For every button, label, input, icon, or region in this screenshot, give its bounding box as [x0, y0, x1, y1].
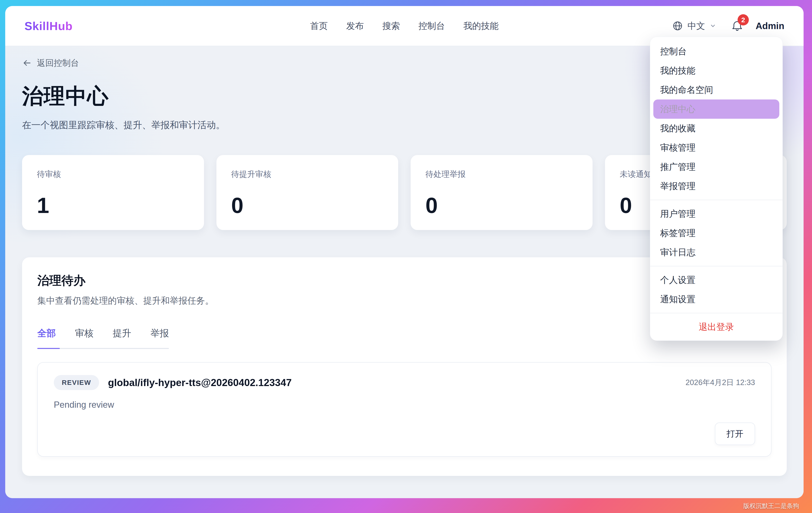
back-to-console-link[interactable]: 返回控制台: [22, 57, 79, 68]
menu-item-promotion-management[interactable]: 推广管理: [650, 157, 783, 177]
menu-item-report-management[interactable]: 举报管理: [650, 177, 783, 196]
tab-all[interactable]: 全部: [37, 327, 56, 339]
menu-item-user-management[interactable]: 用户管理: [650, 204, 783, 223]
menu-divider: [650, 313, 783, 313]
tab-active-indicator: [37, 348, 60, 349]
back-link-label: 返回控制台: [37, 57, 79, 68]
arrow-left-icon: [22, 58, 32, 68]
header-right: 中文 2 Admin: [672, 20, 784, 32]
nav-item-console[interactable]: 控制台: [418, 20, 445, 32]
nav-item-search[interactable]: 搜索: [382, 20, 400, 32]
copyright-watermark: 版权沉默王二是条狗: [743, 502, 799, 510]
language-label: 中文: [688, 20, 705, 32]
globe-icon: [672, 21, 683, 31]
menu-item-console[interactable]: 控制台: [650, 42, 783, 61]
language-selector[interactable]: 中文: [672, 20, 716, 32]
nav-item-publish[interactable]: 发布: [346, 20, 364, 32]
review-item-timestamp: 2026年4月2日 12:33: [686, 378, 755, 388]
menu-divider: [650, 200, 783, 200]
nav-item-home[interactable]: 首页: [310, 20, 328, 32]
review-list-item[interactable]: REVIEW global/ifly-hyper-tts@20260402.12…: [37, 362, 772, 457]
menu-item-my-favorites[interactable]: 我的收藏: [650, 119, 783, 138]
stat-value: 0: [231, 194, 383, 216]
menu-item-audit-log[interactable]: 审计日志: [650, 243, 783, 262]
stat-card-pending-review: 待审核 1: [22, 155, 204, 230]
main-nav: 首页 发布 搜索 控制台 我的技能: [310, 20, 499, 32]
nav-item-my-skills[interactable]: 我的技能: [463, 20, 499, 32]
notification-badge: 2: [737, 14, 749, 26]
menu-item-my-namespace[interactable]: 我的命名空间: [650, 80, 783, 99]
app-logo[interactable]: SkillHub: [25, 19, 72, 33]
tab-report[interactable]: 举报: [150, 327, 169, 339]
tab-review[interactable]: 审核: [75, 327, 93, 339]
stat-value: 1: [37, 194, 189, 216]
review-type-badge: REVIEW: [54, 375, 99, 390]
menu-item-notification-settings[interactable]: 通知设置: [650, 290, 783, 309]
user-menu-button[interactable]: Admin: [756, 21, 784, 31]
stat-label: 待审核: [37, 169, 189, 180]
menu-divider: [650, 266, 783, 266]
tab-promotion[interactable]: 提升: [113, 327, 131, 339]
stat-label: 待处理举报: [426, 169, 578, 180]
menu-item-governance-center[interactable]: 治理中心: [653, 99, 779, 119]
tab-underline-track: [37, 348, 169, 349]
menu-item-review-management[interactable]: 审核管理: [650, 138, 783, 157]
menu-item-logout[interactable]: 退出登录: [650, 317, 783, 336]
review-item-status: Pending review: [54, 400, 755, 410]
stat-card-pending-reports: 待处理举报 0: [411, 155, 592, 230]
user-dropdown-menu: 控制台 我的技能 我的命名空间 治理中心 我的收藏 审核管理 推广管理 举报管理…: [650, 37, 783, 341]
chevron-down-icon: [709, 23, 716, 29]
stat-card-pending-promotion: 待提升审核 0: [216, 155, 398, 230]
stat-value: 0: [426, 194, 578, 216]
menu-item-my-skills[interactable]: 我的技能: [650, 61, 783, 80]
menu-item-tag-management[interactable]: 标签管理: [650, 223, 783, 243]
notifications-button[interactable]: 2: [731, 20, 743, 31]
open-button[interactable]: 打开: [715, 423, 755, 445]
stat-label: 待提升审核: [231, 169, 383, 180]
menu-item-personal-settings[interactable]: 个人设置: [650, 270, 783, 290]
review-item-title: global/ifly-hyper-tts@20260402.123347: [108, 377, 292, 389]
